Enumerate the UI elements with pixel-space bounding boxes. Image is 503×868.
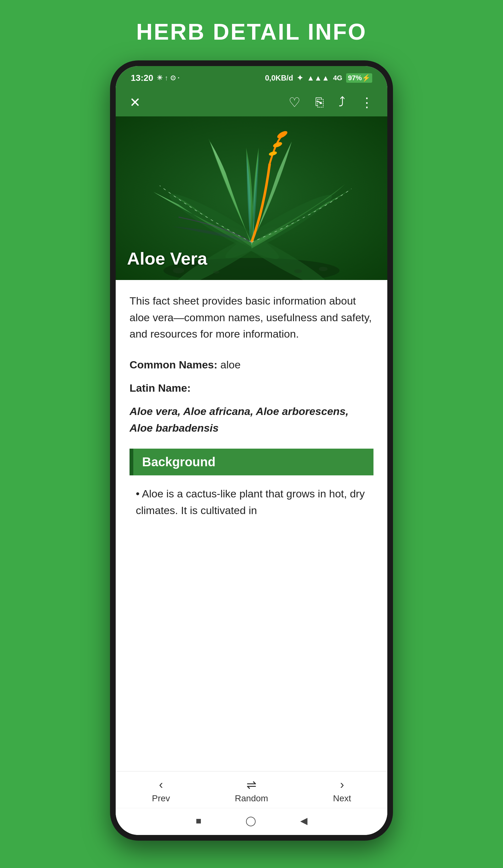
- bluetooth-icon: ✦: [297, 74, 303, 82]
- toolbar-left: ✕: [129, 95, 140, 110]
- status-data: 0,0KB/d: [265, 74, 293, 82]
- next-icon: ›: [340, 778, 344, 792]
- signal-icon: ▲▲▲: [307, 74, 329, 82]
- phone-screen: 13:20 ☀ ↑ ⊙ · 0,0KB/d ✦ ▲▲▲ 4G 97%⚡ ✕ ♡ …: [116, 66, 387, 835]
- network-icon: 4G: [333, 74, 342, 82]
- plant-name: Aloe Vera: [127, 248, 207, 269]
- hero-image: Aloe Vera: [116, 116, 387, 280]
- page-title: HERB DETAIL INFO: [136, 19, 367, 45]
- battery-icon: 97%⚡: [346, 73, 372, 83]
- content-area: This fact sheet provides basic informati…: [116, 280, 387, 771]
- random-icon: ⇌: [247, 778, 256, 792]
- common-names-value: aloe: [220, 359, 241, 371]
- more-button[interactable]: ⋮: [360, 95, 374, 110]
- next-nav-item[interactable]: › Next: [297, 778, 387, 804]
- system-square-button[interactable]: ■: [196, 815, 201, 826]
- svg-point-11: [213, 271, 219, 274]
- close-button[interactable]: ✕: [129, 95, 140, 110]
- svg-point-12: [294, 269, 302, 273]
- bottom-nav: ‹ Prev ⇌ Random › Next: [116, 771, 387, 808]
- bullet-point-1: Aloe is a cactus-like plant that grows i…: [129, 485, 374, 518]
- app-toolbar: ✕ ♡ ⎘ ⤴ ⋮: [116, 88, 387, 116]
- favorite-button[interactable]: ♡: [289, 95, 301, 110]
- common-names-label: Common Names:: [129, 359, 218, 371]
- toolbar-right: ♡ ⎘ ⤴ ⋮: [289, 95, 374, 110]
- system-back-button[interactable]: ◀: [300, 815, 307, 826]
- status-left-icons: ☀ ↑ ⊙ ·: [157, 74, 179, 82]
- hero-image-inner: Aloe Vera: [116, 116, 387, 280]
- svg-point-10: [319, 267, 327, 271]
- copy-button[interactable]: ⎘: [316, 95, 324, 110]
- share-button[interactable]: ⤴: [338, 95, 345, 110]
- status-right: 0,0KB/d ✦ ▲▲▲ 4G 97%⚡: [265, 73, 372, 83]
- background-section-header: Background: [129, 448, 374, 475]
- status-left: 13:20 ☀ ↑ ⊙ ·: [131, 73, 179, 83]
- latin-name-row: Latin Name:: [129, 380, 374, 396]
- system-home-button[interactable]: ◯: [245, 815, 256, 826]
- system-nav-bar: ■ ◯ ◀: [116, 808, 387, 835]
- random-nav-item[interactable]: ⇌ Random: [206, 778, 297, 804]
- random-label: Random: [235, 794, 268, 804]
- prev-icon: ‹: [159, 778, 163, 792]
- latin-names: Aloe vera, Aloe africana, Aloe arboresce…: [129, 403, 374, 436]
- status-bar: 13:20 ☀ ↑ ⊙ · 0,0KB/d ✦ ▲▲▲ 4G 97%⚡: [116, 66, 387, 88]
- next-label: Next: [333, 794, 351, 804]
- phone-shell: 13:20 ☀ ↑ ⊙ · 0,0KB/d ✦ ▲▲▲ 4G 97%⚡ ✕ ♡ …: [110, 60, 393, 841]
- common-names-row: Common Names: aloe: [129, 356, 374, 373]
- status-time: 13:20: [131, 73, 154, 83]
- latin-name-label: Latin Name:: [129, 382, 191, 394]
- description-text: This fact sheet provides basic informati…: [129, 292, 374, 342]
- prev-nav-item[interactable]: ‹ Prev: [116, 778, 206, 804]
- prev-label: Prev: [152, 794, 170, 804]
